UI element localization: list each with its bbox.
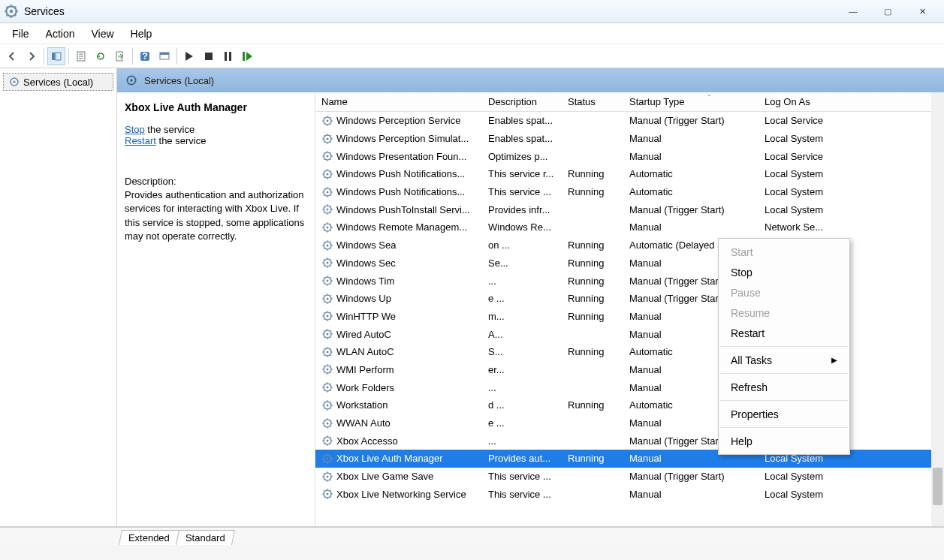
service-name: Windows PushToInstall Servi... [336, 204, 470, 215]
pause-service-button[interactable] [219, 47, 237, 65]
service-row[interactable]: Xbox Live Networking ServiceThis service… [315, 485, 944, 503]
service-desc: Optimizes p... [482, 151, 562, 162]
service-startup: Manual [623, 489, 759, 500]
service-name: Windows Remote Managem... [336, 221, 467, 233]
svg-point-34 [327, 226, 329, 228]
forward-button[interactable] [23, 47, 41, 65]
service-status: Running [562, 453, 623, 464]
tab-standard[interactable]: Standard [176, 530, 235, 545]
selected-service-title: Xbox Live Auth Manager [125, 101, 307, 113]
service-row[interactable]: Windows PushToInstall Servi...Provides i… [315, 200, 944, 218]
console-button[interactable] [155, 47, 173, 65]
tab-extended[interactable]: Extended [119, 530, 179, 545]
stop-service-button[interactable] [200, 47, 218, 65]
action-stop: Stop the service [125, 124, 307, 135]
service-desc: S... [482, 346, 562, 357]
service-desc: This service ... [482, 489, 562, 500]
back-button[interactable] [3, 47, 21, 65]
svg-point-62 [327, 475, 329, 477]
service-status: Running [562, 293, 623, 304]
svg-point-30 [327, 191, 329, 193]
column-startup[interactable]: Startup Type [623, 92, 759, 111]
service-startup: Manual (Trigger Start) [623, 204, 759, 215]
service-name: Workstation [336, 399, 388, 411]
service-logon: Local Service [759, 115, 856, 126]
service-name: Windows Push Notifications... [336, 186, 465, 197]
service-status: Running [562, 239, 623, 251]
pane-header-title: Services (Local) [144, 75, 214, 86]
tree-root[interactable]: Services (Local) [3, 73, 113, 91]
service-row[interactable]: Windows Presentation Foun...Optimizes p.… [315, 147, 944, 165]
service-desc: d ... [482, 399, 562, 411]
sort-indicator-icon: ˄ [707, 94, 711, 101]
column-logon[interactable]: Log On As [759, 92, 856, 111]
column-name[interactable]: Name [315, 92, 482, 111]
service-row[interactable]: Windows Remote Managem...Windows Re...Ma… [315, 218, 944, 236]
scrollbar-thumb[interactable] [933, 468, 942, 505]
svg-point-38 [327, 262, 329, 264]
service-row[interactable]: Windows Push Notifications...This servic… [315, 183, 944, 201]
svg-point-54 [327, 404, 329, 406]
svg-point-52 [327, 387, 329, 389]
service-startup: Manual [623, 221, 759, 233]
service-desc: This service r... [482, 168, 562, 179]
restart-service-button[interactable] [239, 47, 257, 65]
minimize-button[interactable]: — [836, 0, 870, 23]
menubar: File Action View Help [0, 23, 944, 44]
statusbar [0, 545, 944, 560]
service-row[interactable]: Windows Perception ServiceEnables spat..… [315, 112, 944, 130]
service-desc: Windows Re... [482, 221, 562, 233]
svg-rect-13 [205, 53, 213, 60]
service-logon: Local Service [759, 151, 856, 162]
scrollbar[interactable] [931, 92, 944, 526]
service-name: Windows Perception Service [336, 115, 460, 126]
service-logon: Local System [759, 204, 856, 215]
service-row[interactable]: Windows Push Notifications...This servic… [315, 165, 944, 183]
service-name: WWAN Auto [336, 417, 391, 429]
menu-separator [720, 346, 848, 347]
service-desc: This service ... [482, 186, 562, 197]
close-button[interactable]: ✕ [905, 0, 939, 23]
service-name: Windows Push Notifications... [336, 168, 465, 179]
refresh-button[interactable] [92, 47, 110, 65]
menu-separator [720, 373, 848, 374]
service-status: Running [562, 346, 623, 357]
column-status[interactable]: Status [562, 92, 623, 111]
menu-file[interactable]: File [5, 25, 37, 43]
context-menu-restart[interactable]: Restart [719, 323, 849, 343]
context-menu-help[interactable]: Help [719, 431, 849, 451]
service-name: WinHTTP We [336, 311, 396, 322]
menu-action[interactable]: Action [38, 25, 83, 43]
show-hide-tree-button[interactable] [47, 47, 65, 65]
svg-point-50 [327, 369, 329, 371]
svg-point-22 [327, 119, 329, 122]
context-menu-properties[interactable]: Properties [719, 404, 849, 424]
context-menu-stop[interactable]: Stop [719, 262, 849, 282]
restart-link[interactable]: Restart [125, 135, 156, 146]
svg-rect-2 [52, 53, 55, 60]
context-menu-all-tasks[interactable]: All Tasks▶ [719, 350, 849, 370]
service-desc: Enables spat... [482, 133, 562, 144]
help-button[interactable]: ? [136, 47, 154, 65]
service-name: Windows Sea [336, 239, 396, 251]
maximize-button[interactable]: ▢ [870, 0, 905, 23]
svg-point-24 [327, 137, 329, 140]
start-service-button[interactable] [180, 47, 198, 65]
service-row[interactable]: Windows Perception Simulat...Enables spa… [315, 130, 944, 148]
service-status: Running [562, 168, 623, 179]
service-row[interactable]: Xbox Live Game SaveThis service ...Manua… [315, 468, 944, 486]
menu-view[interactable]: View [83, 25, 121, 43]
svg-point-40 [327, 280, 329, 282]
export-button[interactable] [111, 47, 129, 65]
column-description[interactable]: Description [482, 92, 562, 111]
service-desc: Se... [482, 257, 562, 269]
service-name: Wired AutoC [336, 329, 391, 340]
service-desc: er... [482, 364, 562, 375]
menu-help[interactable]: Help [123, 25, 160, 43]
pane-header: Services (Local) [117, 68, 944, 92]
context-menu-refresh[interactable]: Refresh [719, 377, 849, 397]
svg-point-56 [327, 422, 329, 424]
properties-button[interactable] [72, 47, 90, 65]
svg-point-44 [327, 315, 329, 318]
stop-link[interactable]: Stop [125, 124, 145, 135]
